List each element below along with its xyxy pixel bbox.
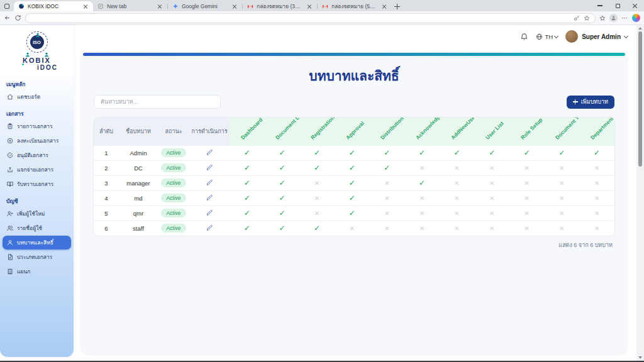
sidebar-section-label: บัญชี (6, 197, 67, 206)
browser-tab[interactable]: กล่องจดหมาย (50) - viewsuphawita (318, 1, 392, 11)
cross-icon: ✕ (489, 180, 494, 187)
browser-profile-button[interactable] (609, 14, 618, 22)
role-actions-cell (189, 160, 230, 175)
sidebar-item-label: บทบาทและสิทธิ์ (17, 238, 53, 247)
permission-cell: ✕ (579, 175, 614, 190)
tab-title: KOBIX iDOC (28, 3, 79, 9)
new-tab-button[interactable] (392, 1, 403, 11)
users-icon (7, 225, 13, 231)
role-name: Admin (119, 145, 158, 160)
maximize-button[interactable] (609, 0, 626, 11)
edit-role-button[interactable] (206, 149, 213, 156)
permission-cell: ✓ (335, 145, 370, 160)
sidebar-item[interactable]: แจกจ่ายเอกสาร (3, 163, 71, 177)
permission-cell: ✓ (404, 145, 440, 160)
scroll-up-icon[interactable] (638, 27, 642, 30)
edit-role-button[interactable] (206, 164, 213, 171)
bell-icon[interactable] (520, 33, 528, 41)
chevron-down-icon (624, 33, 628, 38)
window-controls (591, 0, 644, 11)
tab-title: กล่องจดหมาย (35) - suphawita.vie (257, 2, 303, 11)
permission-cell: ✓ (545, 145, 580, 160)
tab-close-icon[interactable] (306, 3, 313, 9)
sidebar-item[interactable]: รายการเอกสาร (3, 119, 71, 133)
scroll-down-icon[interactable] (638, 356, 642, 359)
browser-tab[interactable]: KOBIX iDOC (14, 1, 93, 11)
page-scrollbar[interactable] (636, 25, 644, 361)
file-text-icon (7, 254, 13, 260)
tab-close-icon[interactable] (157, 3, 163, 9)
browser-tab[interactable]: New tab (93, 1, 167, 11)
sidebar-item[interactable]: รับทราบเอกสาร (3, 177, 71, 191)
table-row: 6staffActive✓✓✓✕✕✕✕✕✕✕✕ (94, 221, 614, 236)
edit-role-button[interactable] (206, 194, 213, 201)
sidebar-item[interactable]: อนุมัติเอกสาร (3, 148, 71, 162)
edit-role-button[interactable] (206, 179, 213, 186)
cross-icon: ✕ (454, 210, 459, 217)
key-icon[interactable] (574, 15, 580, 21)
browser-tab[interactable]: กล่องจดหมาย (35) - suphawita.vie (243, 1, 317, 11)
browser-tab[interactable]: Google Gemini (168, 1, 242, 11)
cross-icon: ✕ (419, 165, 425, 172)
book-open-icon (7, 181, 13, 187)
collections-button[interactable] (599, 15, 606, 21)
table-row: 3managerActive✓✓✕✓✕✓✕✕✕✕✕ (94, 175, 614, 190)
check-icon: ✓ (279, 209, 285, 217)
permission-cell: ✕ (404, 160, 440, 175)
sidebar-item[interactable]: แดชบอร์ด (3, 90, 71, 104)
sidebar-item[interactable]: ลงทะเบียนเอกสาร (3, 134, 71, 148)
sidebar-item[interactable]: รายชื่อผู้ใช้ (3, 221, 71, 235)
bookmark-star-icon[interactable] (584, 15, 590, 21)
permission-cell: ✕ (440, 160, 475, 175)
permission-cell: ✕ (370, 206, 405, 221)
tab-close-icon[interactable] (381, 3, 387, 9)
permission-cell: ✕ (509, 221, 545, 236)
sidebar-item[interactable]: ประเภทเอกสาร (3, 250, 71, 264)
back-icon (4, 14, 11, 21)
sidebar-item[interactable]: แผนก (3, 265, 71, 278)
url-bar[interactable] (25, 13, 596, 23)
edit-role-button[interactable] (206, 224, 213, 231)
chevron-down-icon (554, 33, 558, 38)
role-name: manager (119, 175, 158, 190)
add-role-button[interactable]: เพิ่มบทบาท (567, 96, 614, 109)
cross-icon: ✕ (559, 180, 564, 187)
check-icon: ✓ (349, 194, 355, 202)
permission-cell: ✕ (509, 206, 545, 221)
permission-cell: ✓ (265, 221, 300, 236)
scrollbar-thumb[interactable] (638, 31, 642, 167)
tab-close-icon[interactable] (231, 3, 238, 9)
tab-actions-icon[interactable] (0, 1, 14, 11)
cross-icon: ✕ (314, 195, 319, 202)
check-icon: ✓ (244, 194, 250, 202)
check-icon: ✓ (419, 178, 425, 187)
tab-close-icon[interactable] (82, 3, 89, 9)
permission-cell: ✕ (370, 190, 405, 206)
language-selector[interactable]: TH (536, 33, 558, 40)
back-button[interactable] (4, 14, 11, 21)
close-button[interactable] (626, 0, 644, 11)
cross-icon: ✕ (454, 165, 459, 172)
sidebar-item-label: แดชบอร์ด (17, 92, 40, 101)
permission-cell: ✕ (579, 160, 614, 175)
column-header: ชื่อบทบาท (119, 118, 158, 145)
permission-cell: ✓ (404, 175, 440, 190)
permission-cell: ✕ (474, 190, 509, 206)
browser-menu-button[interactable]: ⋯ (621, 15, 628, 21)
refresh-button[interactable] (14, 14, 21, 21)
permission-cell: ✓ (230, 206, 265, 221)
sidebar-item[interactable]: บทบาทและสิทธิ์ (3, 236, 71, 250)
permission-cell: ✓ (370, 160, 405, 175)
sidebar-item[interactable]: เพิ่มผู้ใช้ใหม่ (3, 207, 71, 221)
user-menu[interactable]: Super Admin (565, 30, 628, 43)
pencil-icon (206, 194, 213, 201)
copilot-icon[interactable] (632, 14, 640, 22)
minimize-button[interactable] (591, 0, 609, 11)
edit-role-button[interactable] (206, 209, 213, 216)
app-logo: ISO KOBIX iDOC (0, 25, 74, 74)
role-actions-cell (189, 190, 230, 206)
search-input[interactable] (94, 95, 221, 109)
role-name: DC (119, 160, 158, 175)
permission-cell: ✕ (474, 206, 509, 221)
check-icon: ✓ (349, 163, 355, 172)
